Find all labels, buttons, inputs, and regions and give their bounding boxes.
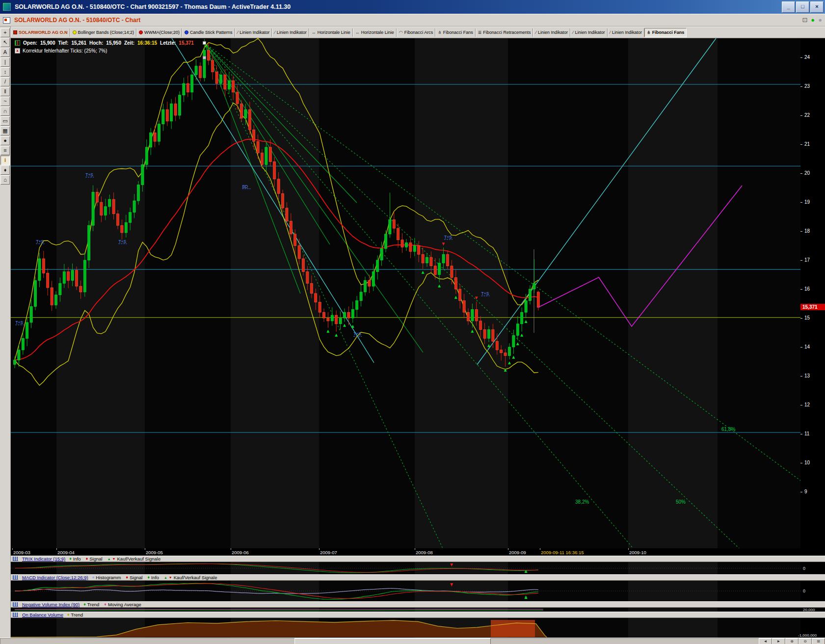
indicator-chip-6[interactable]: ∕Linien Indikator (272, 28, 309, 37)
indicator-chip-9[interactable]: ◠Fibonacci Arcs (397, 28, 435, 37)
legend-signal[interactable]: ♦Signal (86, 556, 103, 562)
indicator-chip-5[interactable]: ∕Linien Indikator (235, 28, 272, 37)
window-titlebar[interactable]: SOLARWORLD AG O.N. - 510840/OTC - Chart … (0, 0, 825, 14)
legend-label: Moving Average (108, 602, 141, 607)
legend-trend[interactable]: ♦Trend (67, 612, 83, 617)
restore-button[interactable]: □ (796, 1, 809, 13)
zoom-reset-button[interactable]: ⊞ (812, 638, 825, 644)
time-axis-tick (12, 548, 13, 550)
indicator-chip-7[interactable]: ↔Horizontale Linie (309, 28, 353, 37)
indicator-chip-11[interactable]: ≣Fibonacci Retracements (476, 28, 533, 37)
indicator-chip-1[interactable]: SOLARWORLD AG O.N (11, 28, 70, 37)
indicator-chart-icon (13, 557, 18, 561)
connection-status-icon[interactable]: ● (811, 16, 815, 25)
trix-panel-title[interactable]: TRIX Indicator (15;9) (22, 556, 65, 562)
legend-kauf-verkauf-signale[interactable]: ▲▼Kauf/Verkauf Signale (164, 575, 217, 580)
time-axis-label: 2009-09-11 16:36:15 (541, 550, 584, 555)
nvi-panel-chart[interactable]: 20,000 (11, 608, 825, 612)
scrollbar-thumb[interactable] (294, 638, 491, 644)
tool-text[interactable]: A (0, 48, 10, 57)
tool-trendline[interactable]: / (0, 77, 10, 86)
low-label: Tief: (58, 40, 68, 46)
indicator-chip-14[interactable]: ∕Linien Indikator (608, 28, 645, 37)
chip-label: Linien Indikator (538, 30, 568, 35)
buy-signal-icon: ▲ (164, 576, 167, 579)
macd-panel-chart[interactable]: 0 (11, 581, 825, 601)
secondary-status-icon[interactable]: ● (818, 16, 822, 25)
price-axis-label: 9 (804, 489, 807, 494)
time-axis-label: 2009-04 (57, 550, 75, 555)
legend-trend[interactable]: ♦Trend (83, 602, 99, 607)
tool-grid[interactable]: ▦ (0, 126, 10, 135)
tool-info[interactable]: i (0, 156, 10, 165)
tool-marker[interactable]: ♦ (0, 165, 10, 175)
time-axis[interactable]: 2009-032009-042009-052009-062009-072009-… (11, 548, 825, 556)
sell-signal-icon: ▼ (112, 557, 116, 561)
legend-kauf-verkauf-signale[interactable]: ▲▼Kauf/Verkauf Signale (107, 556, 161, 562)
time-axis-label: 2009-03 (13, 550, 30, 555)
chip-label: Linien Indikator (575, 30, 605, 35)
time-axis-label: 2009-08 (416, 550, 433, 555)
legend-label: Trend (87, 602, 99, 607)
indicator-chip-13[interactable]: ∕Linien Indikator (570, 28, 608, 37)
indicator-chart-icon (13, 602, 18, 607)
price-axis[interactable]: 242322212019181716151413121110915,371 (800, 38, 825, 548)
price-axis-label: 13 (804, 373, 810, 378)
legend-info[interactable]: ♦Info (147, 575, 159, 580)
indicator-chip-4[interactable]: Candle Stick Patterns (182, 28, 235, 37)
tool-list[interactable]: ≡ (0, 146, 10, 155)
tool-crosshair[interactable]: + (0, 28, 10, 37)
tool-pointer[interactable]: ↖ (0, 38, 10, 47)
nvi-panel-title[interactable]: Negative Volume Index (90) (22, 602, 80, 607)
svg-text:T+S: T+S (15, 320, 23, 325)
fib-fans-icon: ⋔ (438, 30, 442, 35)
indicator-chip-15[interactable]: ⋔Fibonacci Fans (644, 28, 687, 37)
legend-signal[interactable]: ♦Signal (126, 575, 142, 580)
legend-label: Info (151, 575, 159, 580)
chip-label: Horizontale Linie (318, 30, 350, 35)
float-window-button[interactable]: ⊡ (802, 16, 807, 25)
zoom-out-button[interactable]: ⊖ (798, 638, 812, 644)
legend-histogramm[interactable]: ♦Histogramm (92, 575, 121, 580)
tool-freehand[interactable]: ~ (0, 97, 10, 106)
indicator-chip-12[interactable]: ∕Linien Indikator (533, 28, 570, 37)
fib-retr-icon: ≣ (478, 30, 482, 35)
minimize-button[interactable]: _ (782, 1, 795, 13)
tool-rectangle[interactable]: ▭ (0, 116, 10, 126)
trend-icon: ♦ (83, 602, 86, 607)
indicator-chip-8[interactable]: ↔Horizontale Linie (353, 28, 397, 37)
indicator-chip-10[interactable]: ⋔Fibonacci Fans (435, 28, 476, 37)
legend-label: Trend (71, 612, 83, 617)
price-axis-label: 21 (804, 141, 810, 147)
indicator-chip-3[interactable]: WWMA(Close;20) (136, 28, 182, 37)
macd-panel-title[interactable]: MACD Indicator (Close;12;26;9) (22, 575, 88, 580)
tool-arc[interactable]: ∩ (0, 107, 10, 116)
legend-moving-average[interactable]: ♦Moving Average (104, 602, 141, 607)
info-icon: ♦ (147, 575, 150, 580)
scroll-left-button[interactable]: ◄ (759, 638, 772, 644)
trix-panel-chart[interactable]: 0 (11, 562, 825, 574)
tool-ellipse[interactable]: ● (0, 136, 10, 145)
horizontal-scrollbar[interactable]: ◄ ► ⊕ ⊖ ⊞ (0, 638, 825, 644)
svg-text:T+S: T+S (444, 235, 452, 240)
close-button[interactable]: × (810, 1, 824, 13)
legend-label: Signal (89, 556, 102, 562)
legend-label: Histogramm (96, 575, 121, 580)
tool-measure[interactable]: ↕ (0, 67, 10, 77)
chart-canvas[interactable]: T+ST+ST+ST+SBDT+ST+ST+S38,2%50%61,8% Ope… (11, 38, 800, 548)
obv-panel-chart[interactable]: -1,000,000 (11, 618, 825, 638)
tool-print[interactable]: ⌂ (0, 175, 10, 185)
indicator-chip-2[interactable]: Bollinger Bands (Close;14;2) (70, 28, 137, 37)
zoom-in-button[interactable]: ⊕ (785, 638, 798, 644)
price-axis-tick (800, 202, 802, 203)
scroll-right-button[interactable]: ► (772, 638, 785, 644)
tool-vertical-line[interactable]: | (0, 57, 10, 67)
time-axis-tick (415, 548, 415, 550)
price-axis-tick (800, 463, 802, 463)
tool-parallel-channel[interactable]: ‖ (0, 87, 10, 96)
obv-panel-title[interactable]: On Balance Volume (22, 612, 63, 617)
candlestick-chart[interactable]: T+ST+ST+ST+SBDT+ST+ST+S38,2%50%61,8% (11, 38, 800, 548)
time-axis-label: 2009-05 (146, 550, 163, 555)
legend-info[interactable]: ♦Info (69, 556, 80, 562)
time-label: Zeit: (124, 40, 134, 46)
